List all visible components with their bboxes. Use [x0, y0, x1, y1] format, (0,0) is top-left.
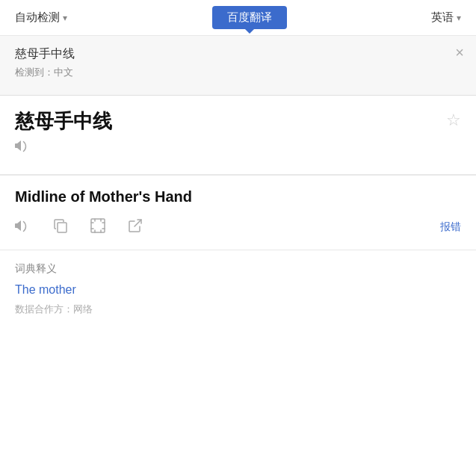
source-lang-label: 自动检测 [15, 10, 60, 25]
target-lang-label: 英语 [431, 10, 454, 25]
translation-speaker-row [15, 139, 446, 156]
source-lang-selector[interactable]: 自动检测 ▾ [15, 10, 67, 25]
result-actions-row: 报错 [15, 217, 461, 238]
target-lang-selector[interactable]: 英语 ▾ [431, 10, 461, 25]
result-panel: Midline of Mother's Hand [0, 176, 476, 250]
open-external-icon[interactable] [127, 217, 143, 238]
dictionary-source: 数据合作方：网络 [15, 303, 461, 316]
result-speaker-icon[interactable] [15, 219, 31, 236]
app-title-button[interactable]: 百度翻译 [212, 6, 287, 29]
report-error-button[interactable]: 报错 [440, 220, 461, 234]
close-button[interactable]: × [455, 45, 464, 60]
svg-rect-1 [91, 219, 105, 232]
source-lang-chevron: ▾ [63, 13, 67, 23]
target-lang-chevron: ▾ [457, 13, 461, 23]
dictionary-link[interactable]: The mother [15, 283, 461, 297]
favorite-star-icon[interactable]: ☆ [446, 111, 461, 130]
result-english-text: Midline of Mother's Hand [15, 186, 461, 207]
source-panel: 慈母手中线 检测到：中文 × [0, 36, 476, 96]
dictionary-section-title: 词典释义 [15, 262, 461, 276]
svg-rect-0 [58, 223, 67, 232]
translation-chinese-text: 慈母手中线 [15, 109, 446, 135]
app-title-label: 百度翻译 [227, 10, 272, 25]
translation-speaker-icon[interactable] [15, 140, 31, 155]
source-text: 慈母手中线 [15, 45, 461, 63]
dictionary-panel: 词典释义 The mother 数据合作方：网络 [0, 250, 476, 328]
translation-main: 慈母手中线 [15, 109, 446, 156]
translation-header: 慈母手中线 ☆ [15, 109, 461, 156]
copy-icon[interactable] [52, 217, 69, 238]
detected-language: 检测到：中文 [15, 66, 461, 79]
translation-panel: 慈母手中线 ☆ [0, 96, 476, 175]
expand-icon[interactable] [90, 217, 106, 238]
top-navigation: 自动检测 ▾ 百度翻译 英语 ▾ [0, 0, 476, 36]
